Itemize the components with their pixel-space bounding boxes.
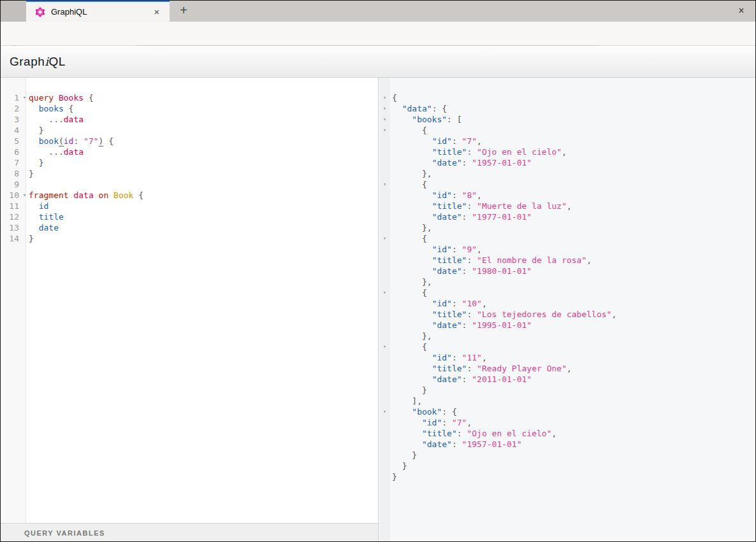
code-line: 1▾query Books { bbox=[1, 92, 378, 103]
code-line: "id": "7", bbox=[379, 417, 756, 428]
fold-gutter-cell bbox=[20, 211, 29, 222]
line-number: 4 bbox=[1, 125, 20, 136]
result-code: ▾{▾ "data": {▾ "books": [▾ { "id": "7", … bbox=[379, 92, 756, 482]
fold-gutter-cell bbox=[20, 114, 29, 125]
code-line: "id": "10", bbox=[379, 298, 756, 309]
fold-arrow-icon[interactable]: ▾ bbox=[379, 179, 390, 190]
line-number: 1 bbox=[1, 92, 20, 103]
fold-arrow-icon[interactable]: ▾ bbox=[379, 341, 390, 352]
code-line: "date": "1977-01-01" bbox=[379, 211, 756, 222]
code-line: }, bbox=[379, 168, 756, 179]
code-line: }, bbox=[379, 276, 756, 287]
query-variables-title: QUERY VARIABLES bbox=[24, 529, 105, 537]
code-line: 8} bbox=[1, 168, 378, 179]
code-line: 14} bbox=[1, 233, 378, 244]
code-line: "date": "1980-01-01" bbox=[379, 266, 756, 276]
code-line: ▾ { bbox=[379, 125, 756, 136]
line-number: 2 bbox=[1, 103, 20, 114]
code-line: ▾ "book": { bbox=[379, 406, 756, 417]
code-line: 6 ...data bbox=[1, 146, 378, 157]
code-line: "title": "El nombre de la rosa", bbox=[379, 255, 756, 266]
code-line: "title": "Ojo en el cielo", bbox=[379, 428, 756, 439]
tab-close-icon[interactable]: × bbox=[150, 6, 163, 18]
fold-gutter-cell bbox=[379, 168, 390, 179]
fold-gutter-cell bbox=[379, 471, 390, 482]
window-close-icon[interactable]: × bbox=[732, 1, 750, 22]
fold-gutter-cell bbox=[20, 168, 29, 179]
fold-arrow-icon[interactable]: ▾ bbox=[379, 406, 390, 417]
fold-gutter-cell bbox=[379, 385, 390, 396]
result-viewer: ▾{▾ "data": {▾ "books": [▾ { "id": "7", … bbox=[379, 78, 756, 542]
code-line: "id": "9", bbox=[379, 244, 756, 255]
fold-gutter-cell bbox=[379, 266, 390, 276]
fold-gutter-cell bbox=[379, 352, 390, 363]
fold-gutter-cell bbox=[379, 460, 390, 471]
code-line: ▾ { bbox=[379, 233, 756, 244]
fold-gutter-cell bbox=[379, 428, 390, 439]
code-line: 2 books { bbox=[1, 103, 378, 114]
fold-gutter-cell bbox=[379, 222, 390, 233]
code-line: } bbox=[379, 460, 756, 471]
fold-arrow-icon[interactable]: ▾ bbox=[379, 125, 390, 136]
fold-gutter-cell bbox=[379, 439, 390, 450]
code-line: "date": "2011-01-01" bbox=[379, 374, 756, 385]
fold-gutter-cell bbox=[20, 157, 29, 168]
fold-gutter-cell bbox=[379, 331, 390, 341]
line-number: 3 bbox=[1, 114, 20, 125]
code-line: } bbox=[379, 471, 756, 482]
fold-arrow-icon[interactable]: ▾ bbox=[379, 92, 390, 103]
fold-gutter-cell bbox=[20, 222, 29, 233]
fold-gutter-cell bbox=[379, 450, 390, 460]
new-tab-button[interactable]: + bbox=[174, 1, 193, 22]
query-variables-bar[interactable]: QUERY VARIABLES bbox=[1, 523, 379, 542]
fold-gutter-cell bbox=[379, 211, 390, 222]
line-number: 6 bbox=[1, 146, 20, 157]
fold-gutter-cell bbox=[379, 417, 390, 428]
fold-gutter-cell bbox=[379, 201, 390, 211]
code-line: "title": "Ready Player One", bbox=[379, 363, 756, 374]
fold-gutter-cell bbox=[379, 374, 390, 385]
fold-gutter-cell bbox=[379, 309, 390, 320]
code-line: ], bbox=[379, 396, 756, 406]
fold-arrow-icon[interactable]: ▾ bbox=[20, 92, 29, 103]
fold-gutter-cell bbox=[379, 190, 390, 201]
code-line: 7 } bbox=[1, 157, 378, 168]
fold-arrow-icon[interactable]: ▾ bbox=[379, 233, 390, 244]
code-line: 13 date bbox=[1, 222, 378, 233]
code-line: 4 } bbox=[1, 125, 378, 136]
code-line: }, bbox=[379, 331, 756, 341]
fold-gutter-cell bbox=[379, 157, 390, 168]
fold-gutter-cell bbox=[379, 320, 390, 331]
fold-arrow-icon[interactable]: ▾ bbox=[379, 287, 390, 298]
code-line: ▾ "books": [ bbox=[379, 114, 756, 125]
graphql-favicon-icon bbox=[35, 7, 45, 17]
tab-bar: GraphiQL × + × bbox=[1, 1, 755, 22]
code-line: 10▾fragment data on Book { bbox=[1, 190, 378, 201]
fold-gutter-cell bbox=[379, 136, 390, 146]
browser-window: GraphiQL × + × ← → ↻ ⌂ localhost:8080/gr… bbox=[0, 0, 756, 542]
fold-arrow-icon[interactable]: ▾ bbox=[379, 114, 390, 125]
query-editor[interactable]: 1▾query Books {2 books {3 ...data4 }5 bo… bbox=[1, 78, 379, 542]
code-line: "title": "Ojo en el cielo", bbox=[379, 146, 756, 157]
line-number: 5 bbox=[1, 136, 20, 146]
fold-arrow-icon[interactable]: ▾ bbox=[20, 190, 29, 201]
graphiql-logo: GraphiQL bbox=[10, 55, 66, 69]
code-line: ▾{ bbox=[379, 92, 756, 103]
graphiql-main: 1▾query Books {2 books {3 ...data4 }5 bo… bbox=[1, 78, 755, 542]
fold-gutter-cell bbox=[379, 298, 390, 309]
code-line: ▾ { bbox=[379, 179, 756, 190]
fold-gutter-cell bbox=[379, 363, 390, 374]
line-number: 13 bbox=[1, 222, 20, 233]
line-number: 7 bbox=[1, 157, 20, 168]
code-line: ▾ { bbox=[379, 341, 756, 352]
code-line: 11 id bbox=[1, 201, 378, 211]
fold-gutter-cell bbox=[379, 276, 390, 287]
fold-arrow-icon[interactable]: ▾ bbox=[379, 103, 390, 114]
line-number: 10 bbox=[1, 190, 20, 201]
tab-graphiql[interactable]: GraphiQL × bbox=[26, 1, 170, 22]
fold-gutter-cell bbox=[379, 244, 390, 255]
query-code[interactable]: 1▾query Books {2 books {3 ...data4 }5 bo… bbox=[1, 92, 378, 244]
code-line: "title": "Los tejedores de cabellos", bbox=[379, 309, 756, 320]
code-line: } bbox=[379, 450, 756, 460]
fold-gutter-cell bbox=[379, 396, 390, 406]
